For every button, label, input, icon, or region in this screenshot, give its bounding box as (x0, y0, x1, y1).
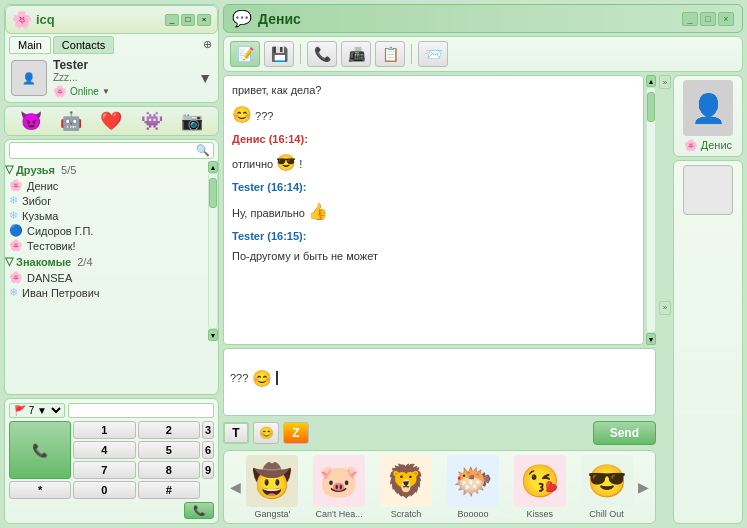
sticker-strip: 🤠 Gangsta' 🐷 Can't Hea... 🦁 Scratch (243, 455, 636, 519)
status-dropdown-icon[interactable]: ▼ (102, 87, 110, 96)
contact-item[interactable]: 🌸 Денис (5, 178, 206, 193)
contact-item[interactable]: 🌸 Тестовик! (5, 238, 206, 253)
sticker-nav-left[interactable]: ◀ (230, 479, 241, 495)
options-icon[interactable]: ⊕ (201, 36, 214, 54)
my-avatar (683, 165, 733, 215)
dial-button-2[interactable]: 2 (138, 421, 200, 439)
tabs-row: Main Contacts ⊕ (5, 34, 218, 54)
mood-icon-camera[interactable]: 📷 (181, 110, 203, 132)
dial-button-hash[interactable]: # (138, 481, 200, 499)
message-line: Ну, правильно 👍 (232, 200, 635, 224)
scroll-track[interactable] (208, 173, 218, 329)
tab-main[interactable]: Main (9, 36, 51, 54)
search-button[interactable]: 🔍 (196, 144, 210, 157)
user-options-icon[interactable]: ▼ (198, 70, 212, 86)
contact-item[interactable]: 🌸 DANSEA (5, 270, 206, 285)
messages-scrollbar[interactable]: ▲ ▼ (646, 75, 656, 345)
messages-scroll-thumb[interactable] (647, 92, 655, 122)
minimize-button[interactable]: _ (165, 14, 179, 26)
chat-center: привет, как дела? 😊 ??? Денис (16:14): о… (223, 75, 743, 524)
scroll-down-button[interactable]: ▼ (208, 329, 218, 341)
sticker-scratch[interactable]: 🦁 Scratch (380, 455, 432, 519)
user-info: Tester Zzz... 🌸 Online ▼ (53, 58, 192, 98)
dial-button-6[interactable]: 6 (202, 441, 214, 459)
messages-scroll-up[interactable]: ▲ (646, 75, 656, 87)
chat-right-sidebar: » » 👤 🌸 Денис (659, 75, 743, 524)
mood-icon-heart[interactable]: ❤️ (100, 110, 122, 132)
dial-button-star[interactable]: * (9, 481, 71, 499)
dialer-top: 🚩 7 ▼ (9, 403, 214, 418)
expand-bottom-arrow[interactable]: » (659, 301, 671, 315)
sticker-gangsta[interactable]: 🤠 Gangsta' (246, 455, 298, 519)
chat-maximize-button[interactable]: □ (700, 12, 716, 26)
dial-button-8[interactable]: 8 (138, 461, 200, 479)
dial-button-3[interactable]: 3 (202, 421, 214, 439)
chat-minimize-button[interactable]: _ (682, 12, 698, 26)
search-input[interactable] (13, 145, 196, 157)
expand-top-arrow[interactable]: » (659, 75, 671, 89)
messages-scroll-down[interactable]: ▼ (646, 333, 656, 345)
message-emoji: 😎 (276, 154, 296, 171)
format-z-button[interactable]: Z (283, 422, 309, 444)
group-header-friends[interactable]: ▽ Друзья 5/5 (5, 161, 206, 178)
toolbar-send-button[interactable]: 📨 (418, 41, 448, 67)
dial-button-7[interactable]: 7 (73, 461, 135, 479)
toolbar-compose-button[interactable]: 📝 (230, 41, 260, 67)
sticker-canthear[interactable]: 🐷 Can't Hea... (313, 455, 365, 519)
toolbar-fax-button[interactable]: 📠 (341, 41, 371, 67)
sticker-scratch-image: 🦁 (380, 455, 432, 507)
toolbar-save-button[interactable]: 💾 (264, 41, 294, 67)
send-button[interactable]: Send (593, 421, 656, 445)
dialer-action-button[interactable]: 📞 (184, 502, 214, 519)
contact-status-flower: 🌸 (684, 139, 698, 151)
message-line: Tester (16:14): (232, 179, 635, 196)
toolbar-file-button[interactable]: 📋 (375, 41, 405, 67)
dial-button-4[interactable]: 4 (73, 441, 135, 459)
dial-button-0[interactable]: 0 (73, 481, 135, 499)
country-select[interactable]: 🚩 7 ▼ (9, 403, 65, 418)
maximize-button[interactable]: □ (181, 14, 195, 26)
contact-status-icon: 🌸 (9, 239, 23, 252)
mood-icon-devil[interactable]: 😈 (20, 110, 42, 132)
toolbar-separator-2 (411, 44, 412, 64)
contact-item[interactable]: ❄ Кузьма (5, 208, 206, 223)
format-text-button[interactable]: T (223, 422, 249, 444)
group-count-acquaintances: 2/4 (77, 256, 92, 268)
dial-button-5[interactable]: 5 (138, 441, 200, 459)
message-text: отлично (232, 158, 276, 170)
chat-close-button[interactable]: × (718, 12, 734, 26)
status-flower-icon: 🌸 (53, 85, 67, 98)
messages-scroll-track[interactable] (646, 87, 656, 333)
contact-item[interactable]: ❄ Иван Петрович (5, 285, 206, 300)
close-button[interactable]: × (197, 14, 211, 26)
scroll-up-button[interactable]: ▲ (208, 161, 218, 173)
dial-button-1[interactable]: 1 (73, 421, 135, 439)
tab-contacts[interactable]: Contacts (53, 36, 114, 54)
toolbar-call-button[interactable]: 📞 (307, 41, 337, 67)
sticker-nav-right[interactable]: ▶ (638, 479, 649, 495)
mood-icon-alien[interactable]: 👾 (141, 110, 163, 132)
icq-header: 🌸 icq _ □ × (5, 5, 218, 34)
dialer-grid: 1 2 3 📞 4 5 6 7 8 9 * 0 # (9, 421, 214, 499)
sticker-kisses[interactable]: 😘 Kisses (514, 455, 566, 519)
call-button[interactable]: 📞 (9, 421, 71, 479)
sticker-canthear-image: 🐷 (313, 455, 365, 507)
message-emoji: 👍 (308, 203, 328, 220)
chat-title: Денис (258, 11, 676, 27)
sticker-chillout[interactable]: 😎 Chill Out (581, 455, 633, 519)
user-status-row: 🌸 Online ▼ (53, 85, 192, 98)
phone-icon: 📞 (32, 443, 48, 458)
mood-icon-robot[interactable]: 🤖 (60, 110, 82, 132)
group-name-acquaintances: Знакомые (16, 256, 71, 268)
contacts-scrollbar[interactable]: ▲ ▼ (208, 161, 218, 341)
contact-item[interactable]: 🔵 Сидоров Г.П. (5, 223, 206, 238)
format-emoji-button[interactable]: 😊 (253, 422, 279, 444)
contact-name-label: 🌸 Денис (684, 139, 732, 152)
sticker-booooo[interactable]: 🐡 Booooo (447, 455, 499, 519)
dial-button-9[interactable]: 9 (202, 461, 214, 479)
contact-item[interactable]: ❄ Зибог (5, 193, 206, 208)
toolbar-separator (300, 44, 301, 64)
scroll-thumb[interactable] (209, 178, 217, 208)
phone-input[interactable] (68, 403, 214, 418)
group-header-acquaintances[interactable]: ▽ Знакомые 2/4 (5, 253, 206, 270)
